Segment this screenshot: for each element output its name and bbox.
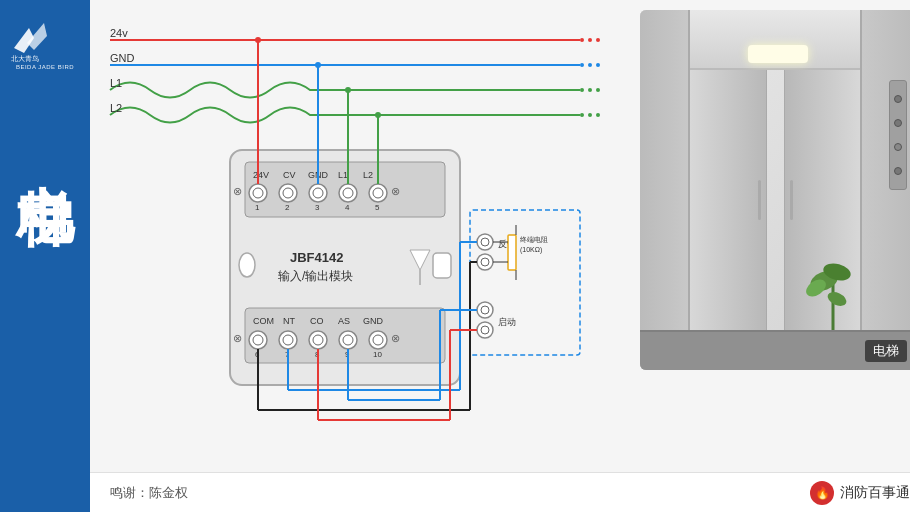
terminator-label: 终端电阻 (520, 236, 548, 243)
main-content: 24v GND L1 L2 (90, 0, 910, 512)
sidebar: 北大青鸟 BEIDA JADE BIRD 电梯 (0, 0, 90, 512)
svg-point-19 (249, 184, 267, 202)
svg-point-11 (580, 88, 584, 92)
term-gnd-bottom: GND (363, 316, 384, 326)
svg-point-49 (345, 87, 351, 93)
svg-point-47 (315, 62, 321, 68)
signal-l1-label: L1 (110, 77, 122, 89)
term-num-10: 10 (373, 350, 382, 359)
svg-point-10 (596, 63, 600, 67)
svg-point-34 (249, 331, 267, 349)
svg-point-9 (588, 63, 592, 67)
signal-gnd-label: GND (110, 52, 135, 64)
logo-subtext: BEIDA JADE BIRD (16, 64, 74, 70)
bottom-bar: 鸣谢：陈金权 🔥 消防百事通 (90, 472, 910, 512)
svg-point-16 (596, 113, 600, 117)
svg-point-36 (279, 331, 297, 349)
term-24v: 24V (253, 170, 269, 180)
signal-24v-label: 24v (110, 27, 128, 39)
term-l1: L1 (338, 170, 348, 180)
elevator-photo: 电梯 (640, 10, 910, 370)
svg-point-13 (596, 88, 600, 92)
ground-sym-top-left: ⊗ (233, 185, 242, 197)
term-num-1: 1 (255, 203, 260, 212)
svg-point-15 (588, 113, 592, 117)
term-num-5: 5 (375, 203, 380, 212)
brand-right: 🔥 消防百事通 (810, 481, 910, 505)
signal-l2-label: L2 (110, 102, 122, 114)
term-com: COM (253, 316, 274, 326)
fire-icon: 🔥 (810, 481, 834, 505)
module-name: JBF4142 (290, 250, 343, 265)
wiring-diagram: 24v GND L1 L2 (100, 10, 630, 440)
svg-point-21 (279, 184, 297, 202)
logo-area: 北大青鸟 BEIDA JADE BIRD (0, 10, 90, 78)
svg-text:北大青鸟: 北大青鸟 (11, 55, 39, 62)
svg-point-27 (369, 184, 387, 202)
term-l2: L2 (363, 170, 373, 180)
term-num-4: 4 (345, 203, 350, 212)
svg-point-4 (580, 38, 584, 42)
svg-point-6 (596, 38, 600, 42)
svg-point-40 (339, 331, 357, 349)
term-num-2: 2 (285, 203, 290, 212)
diagram-left: 24v GND L1 L2 (100, 10, 630, 467)
ground-sym-bot-right: ⊗ (391, 332, 400, 344)
svg-rect-57 (508, 235, 516, 270)
sidebar-title: 电梯 (16, 138, 74, 148)
term-nt: NT (283, 316, 295, 326)
svg-point-23 (309, 184, 327, 202)
svg-point-51 (375, 112, 381, 118)
svg-point-53 (477, 234, 493, 250)
svg-point-38 (309, 331, 327, 349)
elevator-label: 电梯 (865, 340, 907, 362)
svg-point-12 (588, 88, 592, 92)
svg-point-58 (477, 302, 493, 318)
svg-point-42 (369, 331, 387, 349)
term-co: CO (310, 316, 324, 326)
brand-text: 消防百事通 (840, 484, 910, 502)
svg-point-14 (580, 113, 584, 117)
logo-icon: 北大青鸟 (9, 18, 81, 63)
diagram-right: 电梯 (640, 10, 910, 467)
svg-point-5 (588, 38, 592, 42)
credit-text: 鸣谢：陈金权 (110, 484, 188, 502)
svg-rect-32 (433, 253, 451, 278)
term-cv: CV (283, 170, 296, 180)
ground-sym-bot-left: ⊗ (233, 332, 242, 344)
svg-point-29 (239, 253, 255, 277)
term-num-3: 3 (315, 203, 320, 212)
terminator-value: (10KΩ) (520, 246, 542, 254)
diagram-area: 24v GND L1 L2 (90, 0, 910, 472)
term-as: AS (338, 316, 350, 326)
svg-point-25 (339, 184, 357, 202)
svg-point-45 (255, 37, 261, 43)
start-label: 启动 (498, 317, 516, 327)
module-subtitle: 输入/输出模块 (278, 269, 353, 283)
svg-point-8 (580, 63, 584, 67)
svg-point-55 (477, 254, 493, 270)
ground-sym-top-right: ⊗ (391, 185, 400, 197)
svg-point-60 (477, 322, 493, 338)
